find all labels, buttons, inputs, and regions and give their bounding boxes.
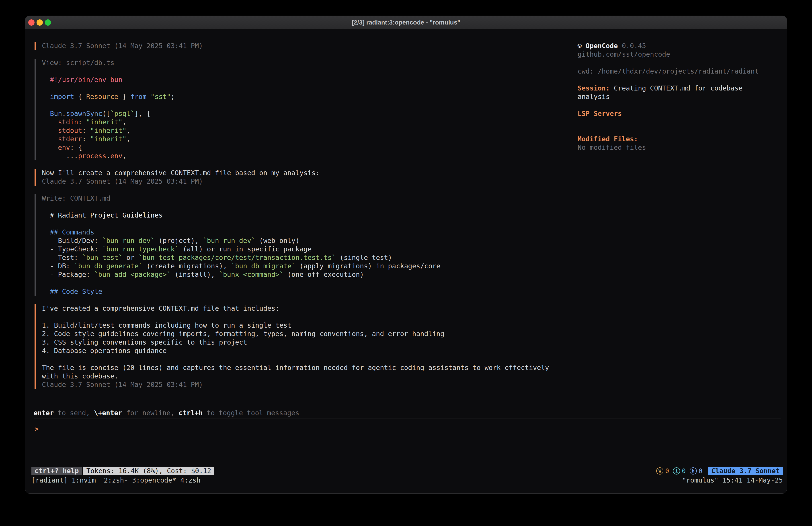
text-span: No modified files [578, 144, 646, 151]
text-span: Session: [578, 84, 610, 92]
text-span: - DB: [42, 262, 74, 270]
window-title: [2/3] radiant:3:opencode - "romulus" [25, 19, 787, 26]
text-span: spawnSync [66, 110, 102, 117]
session-sidebar: © OpenCode 0.0.45github.com/sst/opencode… [578, 42, 787, 409]
text-span: , [122, 118, 126, 126]
text-span: `psql` [110, 110, 134, 117]
window-titlebar: [2/3] radiant:3:opencode - "romulus" [25, 16, 787, 29]
text-line [578, 75, 787, 84]
text-line: Now I'll create a comprehensive CONTEXT.… [42, 169, 578, 177]
text-line: - Test: `bun test` or `bun test packages… [42, 253, 578, 262]
terminal-window: [2/3] radiant:3:opencode - "romulus" Cla… [25, 16, 787, 494]
hint-indicator: h 0 [690, 467, 702, 475]
text-span [147, 93, 151, 100]
text-span: LSP Servers [578, 110, 622, 117]
text-span: `bun test` [82, 254, 122, 261]
tmux-window-list[interactable]: [radiant] 1:nvim 2:zsh- 3:opencode* 4:zs… [31, 476, 201, 485]
text-line [578, 101, 787, 110]
text-span: stdin [58, 118, 78, 126]
tokens-cost-badge: Tokens: 16.4K (8%), Cost: $0.12 [83, 467, 214, 475]
text-span: stdout [58, 127, 82, 134]
zoom-window-button[interactable] [45, 19, 51, 26]
text-span [42, 228, 50, 236]
text-span: `bun run dev` [203, 237, 255, 244]
text-span: (project), [155, 237, 203, 244]
text-span: { [74, 93, 86, 100]
message-input[interactable]: > [25, 425, 787, 433]
keybinding-help-line: enter to send, \+enter for newline, ctrl… [25, 409, 787, 417]
model-badge[interactable]: Claude 3.7 Sonnet [708, 467, 783, 475]
text-span: \+enter [94, 409, 122, 417]
text-span: ], { [134, 110, 150, 117]
text-line: - Build/Dev: `bun run dev` (project), `b… [42, 237, 578, 245]
text-line: 4. Database operations guidance [42, 346, 578, 355]
text-span [42, 93, 50, 100]
text-line [578, 118, 787, 126]
text-span: . [62, 110, 66, 117]
conversation: Claude 3.7 Sonnet (14 May 2025 03:41 PM)… [25, 42, 578, 409]
text-line: Claude 3.7 Sonnet (14 May 2025 03:41 PM) [42, 177, 578, 186]
text-line [42, 101, 578, 110]
text-span: ## Commands [50, 228, 94, 236]
text-span [42, 110, 50, 117]
text-line: cwd: /home/thdxr/dev/projects/radiant/ra… [578, 67, 787, 75]
info-indicator: i 0 [673, 467, 686, 475]
text-span: - TypeCheck: [42, 245, 102, 253]
text-line: ## Code Style [42, 287, 578, 296]
text-span: or [122, 254, 139, 261]
text-line [578, 126, 787, 135]
text-span: `bun run dev` [102, 237, 155, 244]
minimize-window-button[interactable] [37, 19, 43, 26]
assistant-message: Now I'll create a comprehensive CONTEXT.… [34, 169, 578, 186]
editor-area[interactable] [25, 433, 787, 467]
text-line: - TypeCheck: `bun run typecheck` (all) o… [42, 245, 578, 253]
text-span [42, 135, 58, 143]
text-span [42, 118, 58, 126]
text-line: No modified files [578, 143, 787, 152]
text-line: Session: Creating CONTEXT.md for codebas… [578, 84, 787, 93]
text-span: env [110, 152, 122, 160]
text-span: to send, [54, 409, 94, 417]
text-span: (one-off execution) [284, 271, 364, 279]
text-span: ## Code Style [50, 287, 102, 295]
close-window-button[interactable] [28, 19, 34, 26]
tool-write-block: Write: CONTEXT.md # Radiant Project Guid… [34, 194, 578, 296]
text-line: enter to send, \+enter for newline, ctrl… [34, 409, 787, 417]
text-line: View: script/db.ts [42, 59, 578, 67]
text-span [42, 211, 50, 219]
text-span: Resource [86, 93, 118, 100]
warning-count: 0 [665, 467, 669, 475]
text-span: - Test: [42, 254, 82, 261]
text-span: . [106, 152, 110, 160]
text-span: - Build/Dev: [42, 237, 102, 244]
text-line [42, 313, 578, 321]
text-span: I've created a comprehensive CONTEXT.md … [42, 304, 279, 312]
hint-count: 0 [699, 467, 702, 475]
text-span [42, 76, 50, 84]
prompt-icon: > [34, 425, 39, 433]
info-icon: i [673, 467, 680, 474]
text-line: ...process.env, [42, 152, 578, 160]
text-line: Modified Files: [578, 135, 787, 143]
text-line: I've created a comprehensive CONTEXT.md … [42, 304, 578, 313]
text-line: stderr: "inherit", [42, 135, 578, 143]
text-span: import [50, 93, 74, 100]
text-span: process [78, 152, 106, 160]
help-shortcut-badge[interactable]: ctrl+? help [31, 467, 82, 475]
text-line: 3. CSS styling conventions specific to t… [42, 338, 578, 346]
status-bar: ctrl+? help Tokens: 16.4K (8%), Cost: $0… [31, 467, 783, 475]
text-span: # Radiant Project Guidelines [50, 211, 163, 219]
text-span: View: script/db.ts [42, 59, 114, 67]
text-line: env: { [42, 143, 578, 152]
warnings-indicator: W 0 [656, 467, 669, 475]
text-span: ... [42, 152, 78, 160]
text-line: 2. Code style guidelines covering import… [42, 330, 578, 338]
text-line: github.com/sst/opencode [578, 50, 787, 59]
text-span: env [58, 144, 70, 151]
text-span: for newline, [122, 409, 178, 417]
text-span: Claude 3.7 Sonnet (14 May 2025 03:41 PM) [42, 381, 203, 388]
text-span [42, 287, 50, 295]
text-span: 4. Database operations guidance [42, 347, 167, 355]
text-span: `bunx <command>` [219, 271, 284, 279]
text-span: (create migrations), [143, 262, 231, 270]
